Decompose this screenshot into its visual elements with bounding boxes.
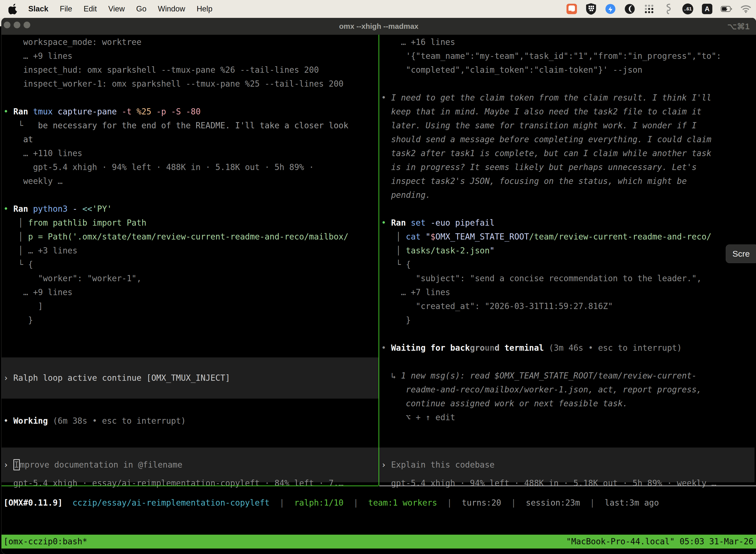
right-pane-bottom-border: [379, 486, 756, 486]
menu-item-help[interactable]: Help: [197, 4, 212, 13]
terminal-line: ↳ 1 new msg(s): read $OMX_TEAM_STATE_ROO…: [381, 369, 754, 383]
terminal-window: omx --xhigh --madmax ⌥⌘1 workspace_mode:…: [1, 18, 756, 554]
terminal-line: should send a message before completing …: [381, 132, 754, 147]
terminal-line: inspect task2's JSON, focusing on the st…: [381, 174, 754, 188]
wifi-icon[interactable]: [740, 3, 752, 15]
screen-edge-tooltip: Scre: [726, 244, 756, 263]
left-pane-transcript: workspace_mode: worktree … +9 lines insp…: [3, 35, 378, 327]
battery-percent-badge[interactable]: ..61: [682, 3, 693, 15]
terminal-line: continue assigned work or next feasible …: [381, 397, 754, 410]
terminal-line: "worker": "worker-1",: [3, 272, 378, 285]
terminal-line: • Ran set -euo pipefail: [381, 216, 754, 230]
window-title: omx --xhigh --madmax: [1, 18, 756, 35]
squiggle-icon[interactable]: [663, 3, 674, 15]
terminal-line: '{"team_name":"my-team","task_id":"1","f…: [381, 49, 754, 63]
terminal-line: workspace_mode: worktree: [3, 35, 378, 49]
tmux-host-and-clock: "MacBook-Pro-44.local" 05:03 31-Mar-26: [566, 535, 754, 549]
terminal-line: "subject": "send a concise recommendatio…: [381, 272, 754, 285]
terminal-line: [381, 327, 754, 341]
inject-banner: › Ralph loop active continue [OMX_TMUX_I…: [1, 357, 378, 399]
terminal-line: │ from pathlib import Path: [3, 216, 378, 230]
terminal-line: └ be necessary for the end of the README…: [3, 119, 378, 132]
terminal-line: … +9 lines: [3, 285, 378, 299]
terminal-line: └ {: [3, 258, 378, 272]
terminal-line: │ tasks/task-2.json": [381, 244, 754, 258]
terminal-line: • Ran python3 - <<'PY': [3, 202, 378, 216]
window-title-bar[interactable]: omx --xhigh --madmax ⌥⌘1: [1, 18, 756, 35]
terminal-line: later. Using the same for transition mig…: [381, 119, 754, 132]
terminal-line: "completed","claim_token":"claim-token"}…: [381, 63, 754, 77]
terminal-line: • Waiting for background terminal (3m 46…: [381, 341, 754, 355]
right-pane-transcript: … +16 lines '{"team_name":"my-team","tas…: [381, 35, 754, 425]
terminal-line: readme-and-reco/mailbox/worker-1.json, a…: [381, 383, 754, 397]
input-placeholder: mprove documentation in @filename: [20, 460, 183, 469]
omx-session-status-bar: [OMX#0.11.9] cczip/essay/ai-reimplementa…: [3, 496, 659, 510]
menu-item-view[interactable]: View: [108, 4, 125, 13]
terminal-line: • I need to get the claim token from the…: [381, 91, 754, 105]
terminal-line: ]: [3, 299, 378, 313]
terminal-line: pending.: [381, 188, 754, 202]
tmux-session-name[interactable]: [omx-cczip0:bash*: [3, 535, 87, 549]
terminal-line: [3, 188, 378, 202]
tmux-status-bar: [omx-cczip0:bash* "MacBook-Pro-44.local"…: [1, 535, 756, 549]
moon-circle-icon[interactable]: [624, 3, 635, 15]
terminal-line: inspect_worker-1: omx sparkshell --tmux-…: [3, 77, 378, 91]
terminal-line: keep that in mind. Maybe I also need the…: [381, 105, 754, 119]
left-model-status-line: gpt-5.4 xhigh · essay/ai-reimplementatio…: [3, 476, 343, 490]
terminal-line: [381, 355, 754, 369]
prompt-chevron: ›: [3, 460, 13, 469]
menu-item-edit[interactable]: Edit: [83, 4, 97, 13]
terminal-line: │ cat "$OMX_TEAM_STATE_ROOT/team/review-…: [381, 230, 754, 244]
terminal-line: "created_at": "2026-03-31T11:59:27.816Z": [381, 299, 754, 313]
input-source-icon[interactable]: A: [701, 3, 713, 15]
terminal-line: [381, 202, 754, 216]
menu-app-name[interactable]: Slack: [28, 4, 48, 13]
terminal-line: task2 after task1 is complete, but can I…: [381, 147, 754, 160]
menu-item-go[interactable]: Go: [136, 4, 146, 13]
terminal-line: [381, 77, 754, 91]
dots-grid-icon[interactable]: [643, 3, 655, 15]
terminal-line: │ p = Path('.omx/state/team/review-curre…: [3, 230, 378, 244]
sync-blue-icon[interactable]: [605, 3, 616, 15]
terminal-line: }: [3, 313, 378, 327]
terminal-line: … +16 lines: [381, 35, 754, 49]
macos-menu-bar: Slack File Edit View Go Window Help ..61…: [0, 0, 756, 18]
terminal-line: … +7 lines: [381, 285, 754, 299]
tmux-pane-left[interactable]: workspace_mode: worktree … +9 lines insp…: [1, 35, 378, 486]
terminal-line: ⌥ + ↑ edit: [381, 410, 754, 425]
terminal-line: gpt-5.4 xhigh · 94% left · 488K in · 5.1…: [3, 160, 378, 174]
terminal-line: … +110 lines: [3, 147, 378, 160]
battery-charging-icon[interactable]: [721, 3, 732, 15]
window-shortcut-badge: ⌥⌘1: [728, 18, 750, 35]
terminal-line: … +9 lines: [3, 49, 378, 63]
left-pane-bottom-border: [1, 486, 378, 486]
terminal-line: weekly …: [3, 174, 378, 188]
terminal-line: at: [3, 132, 378, 147]
terminal-line: inspect_hud: omx sparkshell --tmux-pane …: [3, 63, 378, 77]
working-status-line: • Working (6m 38s • esc to interrupt): [3, 414, 186, 428]
terminal-line: │ … +3 lines: [3, 244, 378, 258]
terminal-line: [3, 91, 378, 105]
menu-bar-status-icons: ..61 A: [566, 0, 752, 18]
menu-item-file[interactable]: File: [60, 4, 72, 13]
terminal-line: └ {: [381, 258, 754, 272]
shield-grid-icon[interactable]: [585, 3, 597, 15]
right-model-status-line: gpt-5.4 xhigh · 94% left · 488K in · 5.1…: [381, 476, 716, 490]
tmux-pane-right[interactable]: … +16 lines '{"team_name":"my-team","tas…: [379, 35, 755, 486]
terminal-line: }: [381, 313, 754, 327]
terminal-line: • Ran tmux capture-pane -t %25 -p -S -80: [3, 105, 378, 119]
terminal-line: is in progress? It seems likely but perh…: [381, 160, 754, 174]
apple-menu-icon[interactable]: [8, 3, 18, 15]
chat-app-icon[interactable]: [566, 3, 577, 15]
text-cursor: I: [13, 459, 20, 470]
menu-item-window[interactable]: Window: [158, 4, 185, 13]
